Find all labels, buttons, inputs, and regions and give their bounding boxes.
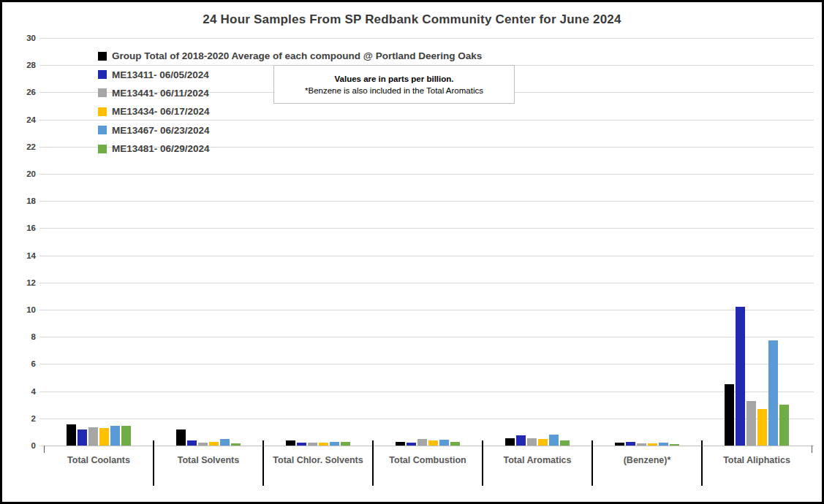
chart-window: 24 Hour Samples From SP Redbank Communit… — [0, 0, 824, 504]
gridline — [44, 419, 814, 419]
gridline — [44, 283, 814, 283]
legend-item: Group Total of 2018-2020 Average of each… — [98, 47, 482, 65]
bar — [428, 440, 438, 446]
bar — [615, 443, 624, 446]
legend-swatch-icon — [98, 70, 107, 79]
gridline — [44, 256, 814, 256]
y-axis-tick-label: 16 — [7, 224, 36, 232]
legend-swatch-icon — [98, 126, 107, 134]
y-axis-tick — [39, 256, 44, 256]
gridline — [44, 174, 814, 175]
legend-swatch-icon — [98, 88, 107, 97]
gridline — [44, 228, 814, 229]
y-axis-tick — [39, 364, 44, 364]
axis-edge-tick — [44, 446, 45, 453]
bar — [439, 440, 449, 446]
y-axis-tick-label: 14 — [7, 252, 36, 260]
y-axis-tick-label: 10 — [7, 306, 36, 314]
y-axis-tick — [39, 92, 44, 93]
legend-item: ME13481- 06/29/2024 — [98, 140, 482, 158]
y-axis-tick-label: 8 — [7, 333, 36, 341]
gridline — [44, 201, 814, 202]
bar — [736, 307, 745, 446]
y-axis-tick-label: 28 — [7, 61, 36, 69]
y-axis-tick-label: 6 — [7, 360, 36, 368]
legend-label: ME13411- 06/05/2024 — [112, 69, 209, 80]
y-axis-tick — [39, 337, 44, 337]
bar — [297, 443, 306, 446]
bar — [637, 443, 646, 446]
bar — [417, 439, 427, 446]
bar — [560, 440, 570, 446]
legend-swatch-icon — [98, 107, 107, 116]
y-axis-tick-label: 30 — [7, 34, 36, 42]
bar — [209, 442, 219, 446]
annotation-box: Values are in parts per billion. *Benzen… — [273, 65, 515, 104]
bar — [516, 435, 526, 446]
gridline — [44, 38, 814, 39]
y-axis-tick-label: 0 — [7, 442, 36, 450]
bar — [330, 442, 339, 446]
legend-label: ME13467- 06/23/2024 — [112, 125, 210, 136]
y-axis-tick — [39, 147, 44, 148]
bar — [308, 443, 317, 446]
annotation-line-2: *Benzene is also included in the Total A… — [305, 85, 483, 96]
y-axis-tick-label: 20 — [7, 170, 36, 178]
bar — [121, 426, 131, 446]
bar — [396, 442, 405, 446]
bar — [725, 384, 734, 446]
bar — [757, 409, 767, 446]
legend-label: ME13434- 06/17/2024 — [112, 106, 210, 117]
y-axis-tick — [39, 120, 44, 121]
bar — [341, 442, 350, 446]
bar — [670, 444, 679, 446]
bar — [187, 440, 197, 446]
gridline — [44, 446, 814, 446]
y-axis-tick — [39, 38, 44, 39]
legend-swatch-icon — [98, 145, 107, 153]
bar — [231, 443, 241, 446]
legend-label: Group Total of 2018-2020 Average of each… — [112, 50, 482, 61]
bar — [450, 442, 460, 446]
y-axis-tick — [39, 392, 44, 392]
bar — [779, 405, 789, 446]
category-label: Total Aliphatics — [702, 455, 812, 465]
legend-label: ME13441- 06/11/2024 — [112, 88, 209, 99]
gridline — [44, 392, 814, 392]
bar — [110, 426, 120, 446]
bar — [407, 443, 416, 446]
bar — [88, 427, 98, 446]
bar — [549, 435, 559, 446]
bar — [768, 340, 778, 446]
axis-edge-tick — [812, 446, 812, 453]
bar — [198, 443, 208, 446]
gridline — [44, 310, 814, 310]
category-label: Total Coolants — [44, 455, 154, 465]
y-axis-tick — [39, 419, 44, 419]
bar — [746, 401, 756, 446]
bar — [176, 429, 186, 446]
category-label: Total Combustion — [373, 455, 483, 465]
y-axis-tick — [39, 228, 44, 229]
bar — [67, 424, 76, 446]
bar — [538, 439, 548, 446]
legend-item: ME13434- 06/17/2024 — [98, 102, 482, 121]
bar — [626, 442, 635, 446]
category-label: Total Solvents — [154, 455, 263, 465]
category-label: Total Aromatics — [483, 455, 592, 465]
bar — [319, 443, 328, 446]
legend-item: ME13467- 06/23/2024 — [98, 121, 482, 140]
annotation-line-1: Values are in parts per billion. — [335, 73, 454, 85]
bar — [527, 438, 537, 446]
bar — [648, 443, 657, 446]
bar — [659, 443, 668, 446]
bar — [286, 440, 295, 446]
legend-label: ME13481- 06/29/2024 — [112, 143, 210, 154]
gridline — [44, 337, 814, 337]
y-axis-tick-label: 12 — [7, 279, 36, 287]
gridline — [44, 364, 814, 364]
y-axis-tick — [39, 310, 44, 310]
y-axis-tick-label: 18 — [7, 197, 36, 205]
y-axis-tick — [39, 65, 44, 66]
y-axis-tick-label: 26 — [7, 88, 36, 96]
